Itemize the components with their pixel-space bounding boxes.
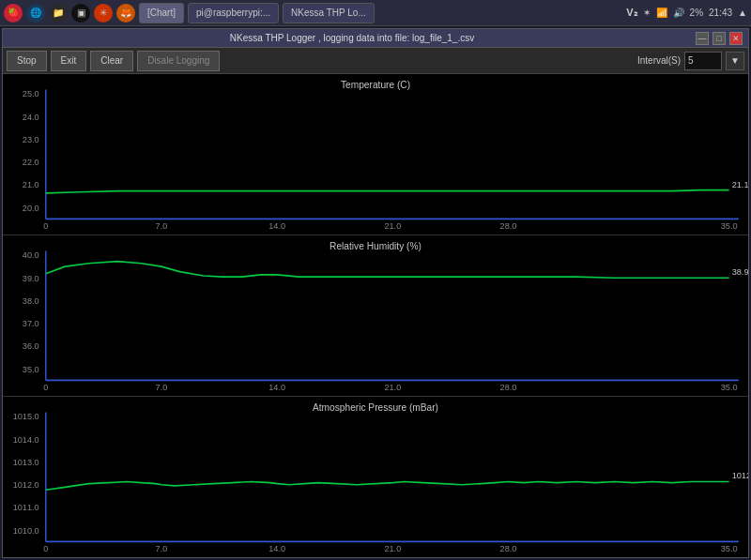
pressure-line xyxy=(46,481,729,490)
humidity-chart-panel: 40.0 39.0 38.0 37.0 36.0 35.0 Relative H… xyxy=(3,235,748,397)
y-label-pres-1013: 1013.0 xyxy=(13,456,39,466)
y-label-hum-38: 38.0 xyxy=(23,295,39,305)
x-label-hum-0: 0 xyxy=(43,382,48,392)
x-label-temp-0: 0 xyxy=(43,220,48,231)
tab-terminal[interactable]: pi@raspberrypi:... xyxy=(188,3,279,23)
humidity-line xyxy=(46,262,729,279)
pressure-last-value: 1012.35 xyxy=(732,470,748,480)
y-label-pres-1011: 1011.0 xyxy=(13,502,39,512)
temperature-chart: 25.0 24.0 23.0 22.0 21.0 20.0 Temperatur… xyxy=(3,74,748,235)
x-label-pres-0: 0 xyxy=(43,543,48,553)
minimize-button[interactable]: — xyxy=(696,32,709,45)
y-label-pres-1015: 1015.0 xyxy=(13,411,39,421)
interval-label: Interval(S) xyxy=(637,55,681,66)
interval-input[interactable] xyxy=(684,52,722,70)
x-label-temp-28: 28.0 xyxy=(500,220,517,231)
title-bar-controls: — □ ✕ xyxy=(696,32,743,45)
y-label-hum-35: 35.0 xyxy=(23,363,39,373)
y-label-temp-20: 20.0 xyxy=(23,202,39,212)
y-label-temp-25: 25.0 xyxy=(23,88,39,98)
temperature-line xyxy=(46,190,729,193)
x-label-temp-21: 21.0 xyxy=(384,220,401,231)
maximize-button[interactable]: □ xyxy=(713,32,726,45)
x-label-pres-14: 14.0 xyxy=(268,543,285,553)
x-label-pres-21: 21.0 xyxy=(384,543,401,553)
temperature-chart-panel: 25.0 24.0 23.0 22.0 21.0 20.0 Temperatur… xyxy=(3,74,748,235)
pressure-chart: 1015.0 1014.0 1013.0 1012.0 1011.0 1010.… xyxy=(3,397,748,557)
title-bar-text: NKessa THP Logger , logging data into fi… xyxy=(8,33,696,43)
y-label-temp-23: 23.0 xyxy=(23,133,39,144)
temperature-last-value: 21.15 xyxy=(732,179,748,189)
y-label-hum-40: 40.0 xyxy=(23,250,39,260)
raspberry-icon[interactable]: 🍓 xyxy=(4,4,23,23)
tab-chart[interactable]: [Chart] xyxy=(139,3,184,23)
y-label-pres-1010: 1010.0 xyxy=(13,524,39,535)
x-label-pres-28: 28.0 xyxy=(500,543,517,553)
x-label-hum-14: 14.0 xyxy=(268,382,285,392)
x-label-hum-28: 28.0 xyxy=(500,382,517,392)
clear-button[interactable]: Clear xyxy=(90,51,133,71)
x-label-hum-21: 21.0 xyxy=(384,382,401,392)
tab-chart-label: [Chart] xyxy=(147,8,176,18)
pressure-title: Atmospheric Pressure (mBar) xyxy=(313,401,438,413)
y-label-hum-37: 37.0 xyxy=(23,318,39,328)
clock: 21:43 xyxy=(709,8,732,18)
tab-logger[interactable]: NKessa THP Lo... xyxy=(283,3,375,23)
y-label-temp-21: 21.0 xyxy=(23,179,39,189)
temperature-title: Temperature (C) xyxy=(341,79,410,90)
y-label-pres-1014: 1014.0 xyxy=(13,433,39,444)
volume-icon: 🔊 xyxy=(673,8,684,18)
taskbar: 🍓 🌐 📁 ▣ ✳ 🦊 [Chart] pi@raspberrypi:... N… xyxy=(0,0,751,26)
x-label-temp-35: 35.0 xyxy=(721,220,738,231)
vc2-icon: V₂ xyxy=(626,7,636,19)
stop-button[interactable]: Stop xyxy=(7,51,47,71)
humidity-chart: 40.0 39.0 38.0 37.0 36.0 35.0 Relative H… xyxy=(3,235,748,396)
x-label-hum-35: 35.0 xyxy=(721,382,738,392)
y-label-hum-36: 36.0 xyxy=(23,341,39,351)
x-label-pres-35: 35.0 xyxy=(721,543,738,553)
globe-icon[interactable]: 🌐 xyxy=(26,4,45,23)
alert-icon: ▲ xyxy=(738,8,747,18)
y-label-temp-24: 24.0 xyxy=(23,111,39,121)
humidity-last-value: 38.92 xyxy=(732,266,748,277)
title-bar: NKessa THP Logger , logging data into fi… xyxy=(3,29,748,48)
y-label-temp-22: 22.0 xyxy=(23,157,39,167)
tab-logger-label: NKessa THP Lo... xyxy=(291,8,366,18)
firefox-icon[interactable]: 🦊 xyxy=(116,4,135,23)
exit-button[interactable]: Exit xyxy=(51,51,87,71)
x-label-hum-7: 7.0 xyxy=(156,382,168,392)
charts-area: 25.0 24.0 23.0 22.0 21.0 20.0 Temperatur… xyxy=(3,74,748,557)
x-label-temp-14: 14.0 xyxy=(268,220,285,231)
terminal-icon[interactable]: ▣ xyxy=(71,4,90,23)
disable-logging-button[interactable]: Disale Logging xyxy=(137,51,220,71)
wifi-icon: 📶 xyxy=(656,8,667,18)
x-label-temp-7: 7.0 xyxy=(156,220,168,231)
battery-indicator: 2% xyxy=(690,8,703,18)
close-button[interactable]: ✕ xyxy=(729,32,743,45)
interval-set-button[interactable]: ▼ xyxy=(726,52,744,70)
bluetooth-icon: ✶ xyxy=(643,8,651,18)
pressure-chart-panel: 1015.0 1014.0 1013.0 1012.0 1011.0 1010.… xyxy=(3,397,748,557)
y-label-hum-39: 39.0 xyxy=(23,272,39,282)
x-label-pres-7: 7.0 xyxy=(156,543,168,553)
toolbar: Stop Exit Clear Disale Logging Interval(… xyxy=(3,48,748,74)
y-label-pres-1012: 1012.0 xyxy=(13,479,39,490)
asterisk-icon[interactable]: ✳ xyxy=(94,4,113,23)
main-window: NKessa THP Logger , logging data into fi… xyxy=(2,28,749,558)
system-tray: V₂ ✶ 📶 🔊 2% 21:43 ▲ xyxy=(626,7,747,19)
folder-icon[interactable]: 📁 xyxy=(49,4,68,23)
humidity-title: Relative Humidity (%) xyxy=(330,240,421,251)
tab-terminal-label: pi@raspberrypi:... xyxy=(196,8,270,18)
